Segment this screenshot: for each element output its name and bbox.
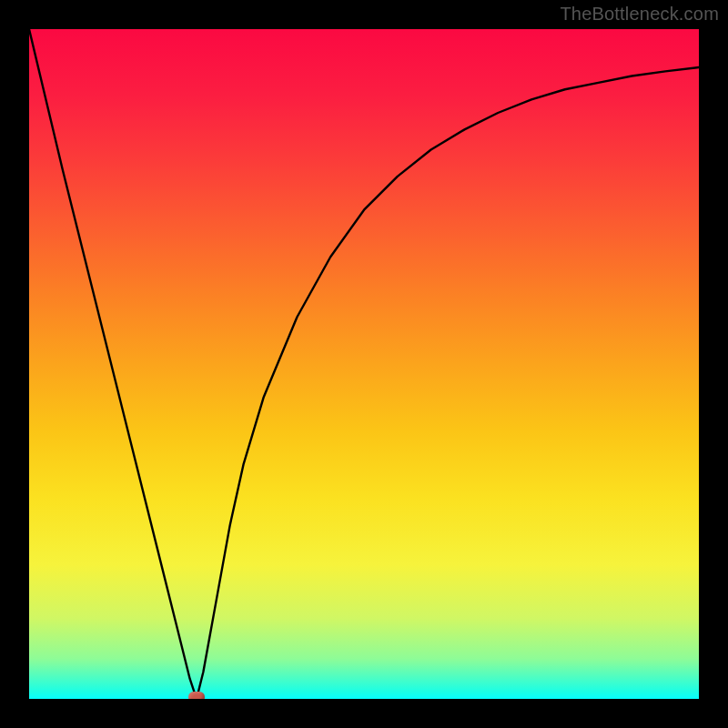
curve-svg xyxy=(29,29,699,699)
optimal-point-marker xyxy=(188,692,205,699)
plot-area xyxy=(29,29,699,699)
bottleneck-curve-path xyxy=(29,29,699,699)
watermark-text: TheBottleneck.com xyxy=(560,4,719,25)
chart-frame: TheBottleneck.com xyxy=(0,0,728,728)
